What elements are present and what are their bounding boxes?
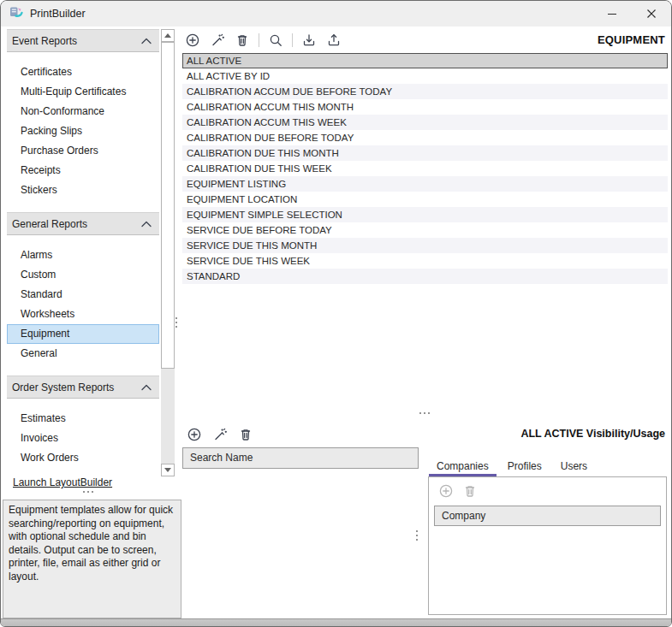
sidebar-item[interactable]: Non-Conformance xyxy=(7,102,159,121)
sidebar-item[interactable]: General xyxy=(7,344,159,364)
chevron-up-icon xyxy=(141,218,152,230)
usage-panel: Company xyxy=(428,476,667,615)
toolbar-separator xyxy=(292,33,293,47)
app-window: PrintBuilder Event Reports CertificatesM… xyxy=(0,0,672,627)
usage-tab[interactable]: Companies xyxy=(429,458,497,476)
scroll-up-button[interactable] xyxy=(161,29,175,42)
add-company-button[interactable] xyxy=(437,482,455,500)
triangle-down-icon xyxy=(164,468,171,472)
template-row[interactable]: CALIBRATION DUE THIS WEEK xyxy=(182,161,668,176)
usage-tabs: CompaniesProfilesUsers xyxy=(429,458,595,476)
section-items-order-system-reports: EstimatesInvoicesWork Orders xyxy=(7,409,159,468)
section-items-event-reports: CertificatesMulti-Equip CertificatesNon-… xyxy=(7,62,159,200)
template-row[interactable]: SERVICE DUE THIS WEEK xyxy=(182,253,668,269)
template-list: ALL ACTIVEALL ACTIVE BY IDCALIBRATION AC… xyxy=(182,53,668,284)
main-horizontal-splitter-grip[interactable] xyxy=(419,412,430,414)
delete-template-button[interactable] xyxy=(234,32,251,49)
scroll-down-button[interactable] xyxy=(161,464,175,476)
sidebar-item[interactable]: Purchase Orders xyxy=(7,141,159,161)
template-row[interactable]: CALIBRATION ACCUM THIS MONTH xyxy=(182,99,668,115)
chevron-up-icon xyxy=(141,382,152,393)
template-row[interactable]: CALIBRATION DUE THIS MONTH xyxy=(182,145,668,161)
section-items-general-reports: AlarmsCustomStandardWorksheetsEquipmentG… xyxy=(7,245,159,364)
sidebar-item[interactable]: Work Orders xyxy=(7,448,159,468)
sidebar-item[interactable]: Stickers xyxy=(7,180,159,200)
triangle-up-icon xyxy=(164,33,171,38)
template-description: Equipment templates allow for quick sear… xyxy=(3,500,181,618)
toolbar-separator xyxy=(259,33,259,47)
sidebar-item[interactable]: Estimates xyxy=(7,409,159,429)
search-name-column-header[interactable]: Search Name xyxy=(182,447,419,469)
template-row[interactable]: EQUIPMENT LOCATION xyxy=(182,192,668,207)
sidebar-item[interactable]: Invoices xyxy=(7,429,159,448)
sidebar-item[interactable]: Alarms xyxy=(7,245,159,265)
category-title: EQUIPMENT xyxy=(598,33,665,46)
section-header-general-reports[interactable]: General Reports xyxy=(7,212,159,235)
search-template-button[interactable] xyxy=(267,32,284,49)
template-row[interactable]: STANDARD xyxy=(182,269,668,284)
template-row[interactable]: SERVICE DUE THIS MONTH xyxy=(182,238,668,253)
launch-layoutbuilder-link[interactable]: Launch LayoutBuilder xyxy=(13,476,112,488)
template-row[interactable]: CALIBRATION ACCUM THIS WEEK xyxy=(182,115,668,130)
section-label: Event Reports xyxy=(12,35,77,47)
template-row[interactable]: CALIBRATION ACCUM DUE BEFORE TODAY xyxy=(182,84,668,99)
export-template-button[interactable] xyxy=(325,32,342,49)
usage-tab[interactable]: Profiles xyxy=(500,458,550,476)
visibility-usage-title: ALL ACTIVE Visibility/Usage xyxy=(520,428,665,440)
edit-wand-button[interactable] xyxy=(209,32,226,49)
sidebar-splitter-grip[interactable] xyxy=(175,317,177,328)
sidebar-item[interactable]: Multi-Equip Certificates xyxy=(7,82,159,102)
scrollbar-thumb[interactable] xyxy=(161,42,175,369)
section-label: Order System Reports xyxy=(12,382,114,393)
sidebar-bottom-splitter-grip[interactable] xyxy=(83,491,93,493)
sidebar-item[interactable]: Standard xyxy=(7,285,159,305)
sidebar-item[interactable]: Equipment xyxy=(7,324,159,344)
template-row[interactable]: EQUIPMENT SIMPLE SELECTION xyxy=(182,207,668,222)
app-logo-icon xyxy=(9,5,23,22)
close-button[interactable] xyxy=(632,1,671,27)
section-header-order-system-reports[interactable]: Order System Reports xyxy=(7,376,159,399)
sidebar-item[interactable]: Worksheets xyxy=(7,305,159,324)
import-template-button[interactable] xyxy=(300,32,318,49)
edit-search-wand-button[interactable] xyxy=(211,426,229,443)
usage-tab[interactable]: Users xyxy=(553,458,595,476)
sidebar-item[interactable]: Certificates xyxy=(7,62,159,82)
sidebar-scrollbar[interactable] xyxy=(161,29,175,476)
section-header-event-reports[interactable]: Event Reports xyxy=(7,29,159,52)
chevron-up-icon xyxy=(141,35,152,47)
window-title: PrintBuilder xyxy=(30,8,86,20)
template-row[interactable]: CALIBRATION DUE BEFORE TODAY xyxy=(182,130,668,145)
section-label: General Reports xyxy=(12,218,87,230)
sidebar-item[interactable]: Custom xyxy=(7,265,159,285)
template-toolbar xyxy=(184,29,342,51)
delete-company-button[interactable] xyxy=(461,482,479,500)
bottom-panels-splitter-grip[interactable] xyxy=(416,530,418,541)
template-row[interactable]: EQUIPMENT LISTING xyxy=(182,176,668,192)
report-sidebar: Event Reports CertificatesMulti-Equip Ce… xyxy=(7,29,159,480)
template-row[interactable]: ALL ACTIVE xyxy=(182,53,668,68)
minimize-button[interactable] xyxy=(592,1,632,27)
window-bottom-edge xyxy=(1,618,671,626)
template-row[interactable]: SERVICE DUE BEFORE TODAY xyxy=(182,222,668,238)
add-search-button[interactable] xyxy=(186,426,203,443)
delete-search-button[interactable] xyxy=(237,426,254,443)
sidebar-item[interactable]: Receipts xyxy=(7,161,159,180)
company-column-header[interactable]: Company xyxy=(434,506,661,526)
search-toolbar xyxy=(186,424,254,445)
add-template-button[interactable] xyxy=(184,32,201,49)
template-row[interactable]: ALL ACTIVE BY ID xyxy=(182,68,668,84)
usage-toolbar xyxy=(429,477,666,504)
sidebar-item[interactable]: Packing Slips xyxy=(7,121,159,141)
title-bar: PrintBuilder xyxy=(1,1,671,27)
